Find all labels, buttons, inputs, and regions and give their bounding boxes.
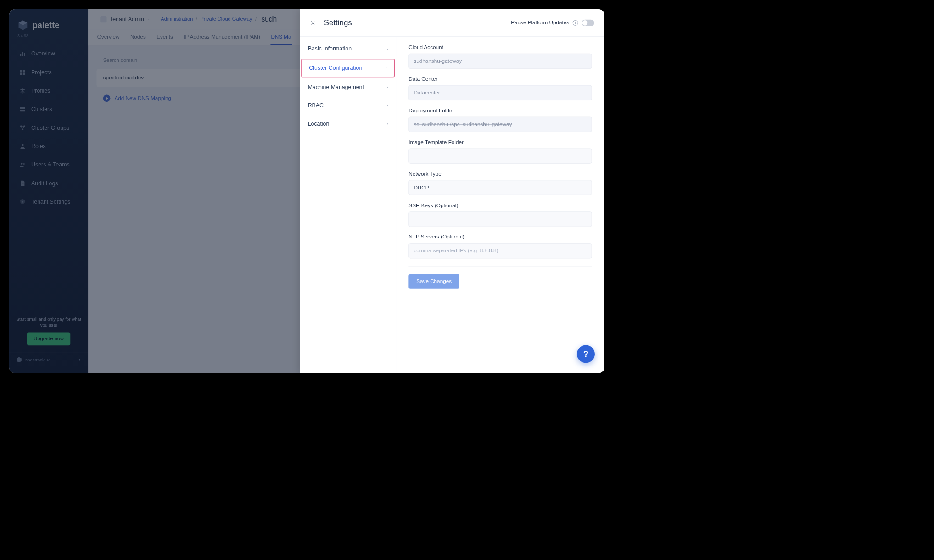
settings-nav-basic-information[interactable]: Basic Information › [300, 39, 396, 58]
info-icon[interactable]: i [573, 20, 578, 26]
pause-label: Pause Platform Updates [511, 20, 569, 26]
drawer-title: Settings [324, 18, 352, 28]
chevron-right-icon: › [386, 103, 388, 108]
image-template-folder-input[interactable] [408, 149, 592, 164]
cloud-account-value: sudhanshu-gateway [408, 54, 592, 69]
pause-toggle[interactable] [582, 19, 594, 26]
data-center-value: Datacenter [408, 85, 592, 100]
settings-nav-rbac[interactable]: RBAC › [300, 96, 396, 115]
chevron-right-icon: › [386, 84, 388, 89]
drawer-body: Basic Information › Cluster Configuratio… [300, 37, 604, 373]
chevron-right-icon: › [386, 46, 388, 51]
deployment-folder-value: sc_sudhanshu /spc_sudhanshu_gateway [408, 117, 592, 132]
settings-nav-cluster-configuration[interactable]: Cluster Configuration › [301, 59, 394, 77]
settings-drawer: Settings Pause Platform Updates i Basic … [300, 9, 604, 373]
field-image-template-folder: Image Template Folder [408, 139, 592, 163]
ssh-keys-input[interactable] [408, 211, 592, 227]
pause-updates-control: Pause Platform Updates i [511, 19, 594, 26]
cluster-config-form: Cloud Account sudhanshu-gateway Data Cen… [396, 37, 604, 373]
settings-nav-location[interactable]: Location › [300, 115, 396, 133]
save-changes-button[interactable]: Save Changes [408, 274, 459, 289]
field-deployment-folder: Deployment Folder sc_sudhanshu /spc_sudh… [408, 107, 592, 132]
field-network-type: Network Type [408, 171, 592, 195]
chevron-right-icon: › [386, 122, 388, 126]
help-icon: ? [583, 349, 588, 359]
field-data-center: Data Center Datacenter [408, 76, 592, 100]
chevron-right-icon: › [386, 66, 387, 70]
field-ntp-servers: NTP Servers (Optional) [408, 234, 592, 258]
field-cloud-account: Cloud Account sudhanshu-gateway [408, 44, 592, 69]
form-divider [408, 267, 592, 267]
help-button[interactable]: ? [577, 345, 595, 363]
close-button[interactable] [310, 20, 316, 26]
field-ssh-keys: SSH Keys (Optional) [408, 202, 592, 227]
network-type-input[interactable] [408, 180, 592, 195]
close-icon [310, 20, 316, 26]
settings-nav: Basic Information › Cluster Configuratio… [300, 37, 396, 373]
settings-nav-machine-management[interactable]: Machine Management › [300, 78, 396, 96]
drawer-header: Settings Pause Platform Updates i [300, 9, 604, 37]
ntp-servers-input[interactable] [408, 243, 592, 258]
